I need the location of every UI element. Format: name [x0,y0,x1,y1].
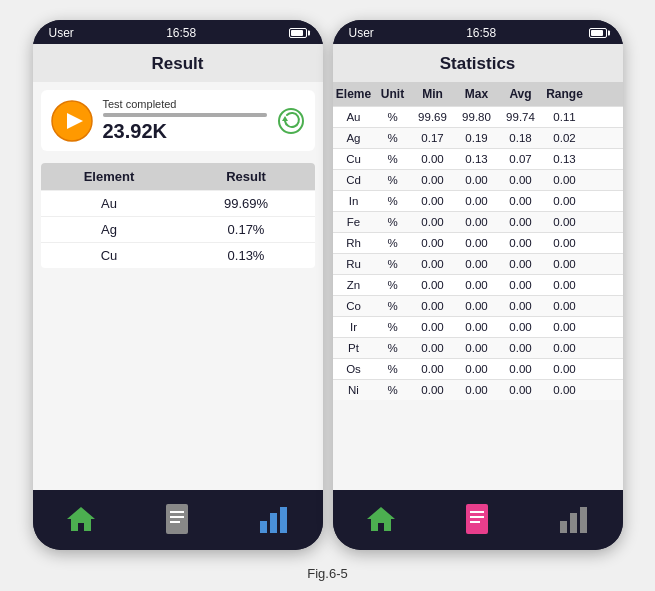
table-row: Co % 0.00 0.00 0.00 0.00 [333,295,623,316]
right-bottom-nav [333,490,623,550]
cell-max: 0.00 [455,170,499,190]
cell-avg: 0.00 [499,170,543,190]
cell-max: 0.19 [455,128,499,148]
cell-unit: % [375,380,411,400]
cell-range: 0.00 [543,254,587,274]
cell-range: 0.00 [543,317,587,337]
cell-elem: Fe [333,212,375,232]
refresh-icon[interactable] [277,107,305,135]
cell-range: 0.11 [543,107,587,127]
header-elem: Eleme [333,82,375,106]
stats-header-row: Eleme Unit Min Max Avg Range [333,82,623,106]
cell-elem: Zn [333,275,375,295]
table-row: Cu % 0.00 0.13 0.07 0.13 [333,148,623,169]
cell-min: 0.00 [411,149,455,169]
result-title: Result [33,44,323,82]
result-table-header: Element Result [41,163,315,190]
table-row: Cu 0.13% [41,242,315,268]
svg-rect-5 [166,504,188,534]
elem-au: Au [41,191,178,216]
svg-rect-17 [560,521,567,533]
progress-bar-fill [103,113,267,117]
cell-max: 0.00 [455,212,499,232]
table-row: Ru % 0.00 0.00 0.00 0.00 [333,253,623,274]
cell-max: 0.13 [455,149,499,169]
svg-rect-10 [270,513,277,533]
chart-icon-inactive [558,503,590,535]
cell-min: 0.00 [411,275,455,295]
cell-range: 0.00 [543,275,587,295]
cell-max: 0.00 [455,317,499,337]
cell-max: 0.00 [455,254,499,274]
cell-unit: % [375,107,411,127]
cell-avg: 0.00 [499,296,543,316]
doc-icon [163,503,191,535]
cell-elem: Ag [333,128,375,148]
cell-elem: Au [333,107,375,127]
header-range: Range [543,82,587,106]
cell-avg: 0.00 [499,191,543,211]
cell-avg: 0.00 [499,338,543,358]
table-row: Au 99.69% [41,190,315,216]
left-nav-home[interactable] [53,497,109,541]
cell-elem: Ru [333,254,375,274]
svg-marker-12 [367,507,395,531]
stats-table: Eleme Unit Min Max Avg Range Au % 99.69 … [333,82,623,490]
cell-min: 0.00 [411,233,455,253]
cell-avg: 0.00 [499,359,543,379]
cell-range: 0.00 [543,359,587,379]
left-bottom-nav [33,490,323,550]
cell-avg: 0.00 [499,317,543,337]
table-row: Ni % 0.00 0.00 0.00 0.00 [333,379,623,400]
chart-icon [258,503,290,535]
table-row: Fe % 0.00 0.00 0.00 0.00 [333,211,623,232]
elem-cu: Cu [41,243,178,268]
cell-max: 0.00 [455,233,499,253]
cell-elem: Rh [333,233,375,253]
val-ag: 0.17% [178,217,315,242]
left-screen: Result Test completed 23.92K [33,44,323,490]
cell-elem: Os [333,359,375,379]
val-cu: 0.13% [178,243,315,268]
svg-rect-9 [260,521,267,533]
cell-min: 0.17 [411,128,455,148]
header-max: Max [455,82,499,106]
cell-unit: % [375,212,411,232]
table-row: Ir % 0.00 0.00 0.00 0.00 [333,316,623,337]
cell-max: 0.00 [455,380,499,400]
table-row: Rh % 0.00 0.00 0.00 0.00 [333,232,623,253]
cell-avg: 0.00 [499,254,543,274]
cell-avg: 0.07 [499,149,543,169]
cell-min: 0.00 [411,296,455,316]
cell-range: 0.00 [543,380,587,400]
left-nav-doc[interactable] [149,497,205,541]
cell-elem: In [333,191,375,211]
cell-min: 0.00 [411,380,455,400]
cell-max: 0.00 [455,275,499,295]
left-status-bar: User 16:58 [33,20,323,44]
cell-unit: % [375,233,411,253]
left-nav-chart[interactable] [246,497,302,541]
cell-max: 0.00 [455,359,499,379]
right-nav-doc[interactable] [449,497,505,541]
test-completed-label: Test completed [103,98,267,110]
cell-elem: Co [333,296,375,316]
result-table: Element Result Au 99.69% Ag 0.17% Cu 0.1… [41,163,315,268]
cell-min: 0.00 [411,359,455,379]
cell-unit: % [375,254,411,274]
svg-marker-3 [282,116,288,121]
cell-min: 0.00 [411,317,455,337]
svg-marker-4 [67,507,95,531]
play-icon[interactable] [51,100,93,142]
cell-max: 0.00 [455,338,499,358]
right-nav-chart[interactable] [546,497,602,541]
cell-range: 0.00 [543,296,587,316]
right-nav-home[interactable] [353,497,409,541]
right-user-label: User [349,26,374,40]
cell-max: 99.80 [455,107,499,127]
cell-min: 0.00 [411,191,455,211]
left-phone: User 16:58 Result Test completed 23.92K [33,20,323,550]
cell-avg: 0.00 [499,212,543,232]
cell-min: 0.00 [411,170,455,190]
right-phone: User 16:58 Statistics Eleme Unit Min Max… [333,20,623,550]
